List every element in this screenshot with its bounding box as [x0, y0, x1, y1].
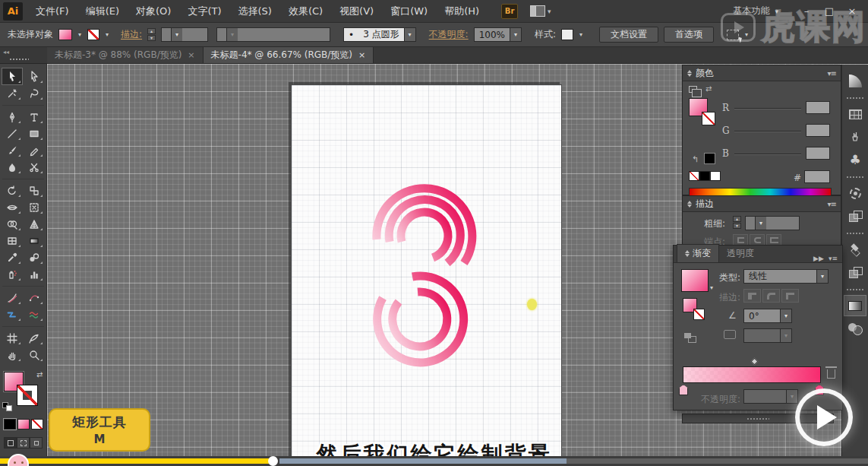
- brush-definition-dropdown[interactable]: [216, 27, 330, 42]
- slice-tool[interactable]: [24, 330, 44, 346]
- progress-buffered-segment[interactable]: [279, 458, 567, 464]
- chevron-down-icon[interactable]: [510, 28, 521, 41]
- select-similar-icon[interactable]: [727, 30, 739, 40]
- blue-value-field[interactable]: [806, 147, 830, 160]
- swatches-icon[interactable]: [844, 104, 866, 124]
- draw-behind-icon[interactable]: [17, 437, 30, 449]
- blue-slider[interactable]: [734, 154, 801, 155]
- dock-grip[interactable]: [846, 97, 864, 100]
- pencil-tool[interactable]: [24, 142, 44, 158]
- gradient-type-dropdown[interactable]: 线性: [743, 269, 829, 284]
- document-tab-2[interactable]: 未标题-4* @ 66.67% (RGB/预览) ×: [204, 47, 374, 63]
- menu-edit[interactable]: 编辑(E): [77, 0, 128, 23]
- gradient-tool[interactable]: [24, 233, 44, 249]
- brush-profile-dropdown[interactable]: • 3 点圆形: [343, 27, 416, 42]
- stroke-panel-header[interactable]: 描边 ▾≡: [683, 196, 841, 212]
- blend-tool[interactable]: [24, 249, 44, 265]
- chevron-down-icon[interactable]: [171, 28, 182, 41]
- magic-wand-tool[interactable]: [2, 85, 22, 101]
- tab-gradient[interactable]: 渐变: [677, 244, 719, 262]
- direct-selection-tool[interactable]: [24, 68, 44, 84]
- bridge-icon[interactable]: Br: [501, 4, 518, 19]
- swap-fill-stroke-icon[interactable]: ⇄: [705, 84, 712, 93]
- style-swatch[interactable]: [561, 29, 573, 40]
- chevron-down-icon[interactable]: [404, 28, 415, 41]
- close-button[interactable]: ×: [841, 3, 863, 20]
- green-value-field[interactable]: [806, 124, 830, 137]
- aspect-ratio-dropdown[interactable]: [743, 328, 792, 343]
- swap-fill-stroke-icon[interactable]: ⇄: [36, 370, 43, 379]
- chevron-down-icon[interactable]: [755, 217, 766, 230]
- stroke-color-swatch[interactable]: [87, 29, 99, 40]
- perspective-grid-tool[interactable]: [24, 216, 44, 232]
- menu-window[interactable]: 窗口(W): [382, 0, 436, 23]
- polyline-tool[interactable]: [2, 306, 22, 322]
- stroke-weight-stepper[interactable]: ▴▾: [147, 28, 156, 41]
- gradient-slider-bar[interactable]: [683, 366, 821, 383]
- line-segment-tool[interactable]: [2, 125, 22, 141]
- number-3-artwork[interactable]: [292, 85, 563, 466]
- fill-stroke-mini-icon[interactable]: [689, 86, 697, 93]
- preferences-button[interactable]: 首选项: [664, 27, 714, 43]
- menu-effect[interactable]: 效果(C): [280, 0, 331, 23]
- progress-played-segment[interactable]: [0, 458, 270, 464]
- blob-brush-tool[interactable]: [2, 159, 22, 175]
- menu-help[interactable]: 帮助(H): [436, 0, 488, 23]
- black-swatch[interactable]: [699, 171, 710, 181]
- gradient-button[interactable]: [17, 419, 30, 430]
- progress-remaining-segment[interactable]: [567, 458, 868, 464]
- knife-tool[interactable]: [2, 290, 22, 306]
- menu-file[interactable]: 文件(F): [27, 0, 77, 23]
- hand-tool[interactable]: [2, 347, 22, 363]
- stroke-swatch[interactable]: [17, 385, 37, 405]
- stroke-within-icon[interactable]: [743, 289, 761, 303]
- chevron-down-icon[interactable]: ▾: [105, 31, 109, 38]
- color-guide-icon[interactable]: [844, 71, 866, 90]
- progress-knob[interactable]: [268, 456, 278, 466]
- chevron-down-icon[interactable]: ▾: [579, 31, 583, 38]
- minimize-button[interactable]: –: [795, 3, 818, 20]
- weight-dropdown[interactable]: [745, 216, 800, 230]
- shape-builder-tool[interactable]: [2, 216, 22, 232]
- gradient-stop-left[interactable]: [679, 385, 688, 395]
- eyedropper-tool[interactable]: [2, 249, 22, 265]
- red-value-field[interactable]: [806, 101, 830, 114]
- none-button[interactable]: [31, 419, 43, 430]
- weight-stepper[interactable]: ▴▾: [733, 216, 741, 229]
- expand-panel-icon[interactable]: ▶▶: [813, 255, 824, 262]
- last-color-swatch[interactable]: [704, 153, 715, 164]
- symbols-icon[interactable]: [844, 150, 866, 170]
- pathfinder-icon[interactable]: [844, 206, 866, 226]
- workspace-switcher[interactable]: 基本功能 ▾: [733, 5, 778, 17]
- symbol-sprayer-tool[interactable]: [2, 266, 22, 282]
- chevron-down-icon[interactable]: [816, 270, 828, 283]
- document-setup-button[interactable]: 文档设置: [599, 27, 658, 43]
- gradient-midpoint-marker[interactable]: [751, 358, 759, 366]
- color-button[interactable]: [4, 419, 16, 430]
- chevron-down-icon[interactable]: ▾: [77, 31, 82, 38]
- gradient-stroke-none-swatch[interactable]: [693, 309, 705, 320]
- video-play-button[interactable]: [795, 388, 853, 446]
- rotate-tool[interactable]: [2, 182, 22, 198]
- brushes-icon[interactable]: [844, 127, 866, 147]
- none-swatch[interactable]: [689, 171, 699, 181]
- type-tool[interactable]: [24, 109, 44, 125]
- smooth-wave-tool[interactable]: [24, 306, 44, 322]
- fill-color-swatch[interactable]: [58, 29, 72, 40]
- scissors-tool[interactable]: [24, 159, 44, 175]
- pen-tool[interactable]: [2, 109, 22, 125]
- column-graph-tool[interactable]: [24, 266, 44, 282]
- dock-grip[interactable]: [846, 176, 864, 179]
- artboard[interactable]: [291, 84, 562, 466]
- dock-grip[interactable]: [846, 288, 864, 291]
- video-progress-bar[interactable]: [0, 456, 868, 466]
- artboard-tool[interactable]: [2, 330, 22, 346]
- panel-menu-icon[interactable]: ▾≡: [828, 200, 836, 208]
- appearance-icon[interactable]: [844, 183, 866, 203]
- opacity-dropdown[interactable]: 100%: [474, 27, 522, 42]
- green-slider[interactable]: [734, 131, 801, 132]
- menu-type[interactable]: 文字(T): [179, 0, 229, 23]
- color-panel-header[interactable]: 颜色 ▾≡: [683, 65, 841, 81]
- stroke-along-icon[interactable]: [762, 289, 780, 303]
- restore-button[interactable]: □: [818, 3, 841, 20]
